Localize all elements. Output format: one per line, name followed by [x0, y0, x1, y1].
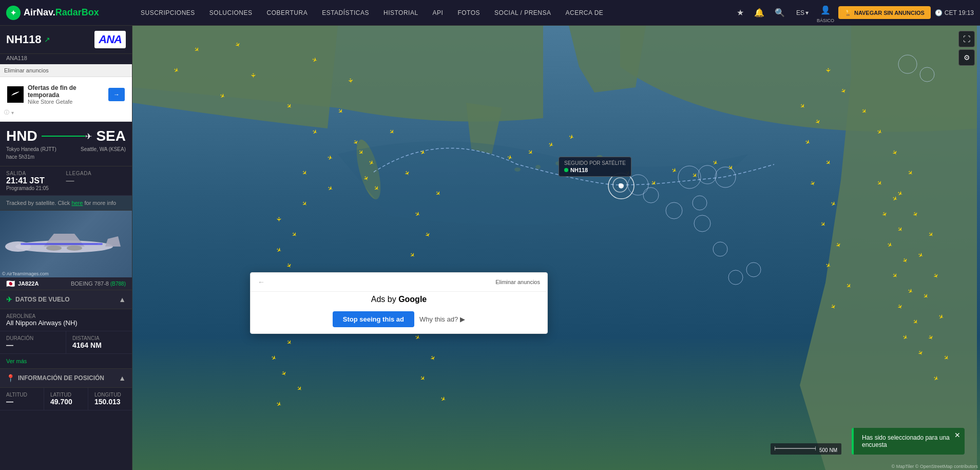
aircraft-dot[interactable] — [286, 339, 292, 346]
aircraft-dot[interactable] — [908, 288, 913, 295]
aircraft-dot[interactable] — [933, 272, 938, 279]
language-button[interactable]: ES ▾ — [792, 7, 813, 18]
nav-suscripciones[interactable]: SUSCRIPCIONES — [133, 0, 202, 26]
aircraft-dot[interactable] — [528, 149, 533, 156]
aircraft-dot[interactable] — [938, 313, 944, 321]
aircraft-dot[interactable] — [425, 231, 430, 238]
aircraft-dot[interactable] — [363, 175, 369, 182]
aircraft-dot[interactable] — [805, 139, 810, 146]
aircraft-dot[interactable] — [276, 401, 281, 408]
map-container[interactable]: ✈ SEGUIDO POR SATÉLITE NH118 — [132, 26, 980, 470]
why-this-ad-button[interactable]: Why this ad? ▶ — [419, 315, 465, 323]
account-button[interactable]: 👤 — [817, 2, 834, 18]
aircraft-dot[interactable] — [815, 118, 820, 125]
aircraft-dot[interactable] — [276, 247, 281, 254]
survey-close-button[interactable]: ✕ — [954, 431, 960, 439]
aircraft-dot[interactable] — [569, 134, 574, 141]
aircraft-dot[interactable] — [410, 252, 415, 259]
aircraft-dot[interactable] — [887, 241, 892, 249]
aircraft-dot[interactable] — [877, 128, 882, 136]
aircraft-dot[interactable] — [825, 159, 831, 166]
position-section-header[interactable]: 📍 INFORMACIÓN DE POSICIÓN ▲ — [0, 369, 132, 388]
aircraft-dot[interactable] — [913, 318, 918, 326]
nav-social[interactable]: SOCIAL / PRENSA — [487, 0, 558, 26]
nav-api[interactable]: API — [426, 0, 451, 26]
aircraft-dot[interactable] — [651, 180, 656, 187]
aircraft-dot[interactable] — [692, 172, 697, 179]
nav-estadisticas[interactable]: ESTADÍSTICAS — [315, 0, 376, 26]
aircraft-dot[interactable] — [713, 159, 718, 166]
aircraft-dot[interactable] — [328, 185, 333, 192]
aircraft-dot[interactable] — [671, 167, 677, 174]
aircraft-dot[interactable] — [286, 262, 292, 269]
aircraft-dot[interactable] — [420, 375, 425, 382]
aircraft-dot[interactable] — [302, 170, 307, 177]
aircraft-dot[interactable] — [928, 334, 933, 341]
aircraft-dot[interactable] — [825, 67, 831, 74]
search-button[interactable]: 🔍 — [772, 5, 788, 21]
ad-cta-button[interactable]: → — [108, 88, 125, 101]
external-link-icon[interactable]: ↗ — [44, 35, 50, 44]
nav-acerca[interactable]: ACERCA DE — [559, 0, 611, 26]
remove-ads-label[interactable]: Eliminar anuncios — [4, 67, 49, 73]
aircraft-dot[interactable] — [831, 303, 836, 310]
aircraft-dot[interactable] — [435, 190, 440, 197]
aircraft-dot[interactable] — [292, 231, 297, 238]
aircraft-dot[interactable] — [861, 108, 867, 115]
aircraft-dot[interactable] — [913, 211, 918, 218]
ad-overlay-remove-label[interactable]: Eliminar anuncios — [495, 277, 540, 287]
aircraft-dot[interactable] — [251, 72, 256, 79]
aircraft-dot[interactable] — [841, 87, 846, 95]
nav-cobertura[interactable]: COBERTURA — [260, 0, 315, 26]
aircraft-dot[interactable] — [800, 103, 805, 110]
aircraft-dot[interactable] — [825, 262, 831, 269]
aircraft-dot[interactable] — [831, 200, 836, 208]
aircraft-dot[interactable] — [897, 226, 902, 233]
aircraft-dot[interactable] — [271, 354, 276, 362]
aircraft-dot[interactable] — [302, 200, 307, 208]
upgrade-button[interactable]: 🏆 NAVEGAR SIN ANUNCIOS — [838, 6, 931, 19]
aircraft-dot[interactable] — [348, 77, 353, 84]
aircraft-dot[interactable] — [902, 334, 908, 341]
aircraft-dot[interactable] — [897, 303, 902, 310]
aircraft-dot[interactable] — [174, 67, 179, 74]
aircraft-dot[interactable] — [836, 241, 841, 249]
see-more-link[interactable]: Ver más — [0, 354, 132, 369]
aircraft-dot[interactable] — [281, 370, 286, 377]
stop-seeing-ad-button[interactable]: Stop seeing this ad — [333, 311, 414, 327]
aircraft-dot[interactable] — [944, 354, 949, 362]
nav-historial[interactable]: HISTORIAL — [376, 0, 426, 26]
aircraft-dot[interactable] — [882, 211, 887, 218]
aircraft-dot[interactable] — [892, 195, 897, 202]
aircraft-dot[interactable] — [220, 92, 225, 100]
remove-ads-strip[interactable]: Eliminar anuncios — [0, 64, 132, 77]
aircraft-dot[interactable] — [892, 149, 897, 156]
aircraft-dot[interactable] — [846, 283, 851, 290]
aircraft-dot[interactable] — [369, 159, 374, 166]
nav-fotos[interactable]: FOTOS — [450, 0, 487, 26]
fullscreen-button[interactable]: ⛶ — [958, 31, 975, 47]
aircraft-dot[interactable] — [235, 41, 240, 48]
position-toggle[interactable]: ▲ — [119, 374, 126, 382]
aircraft-dot[interactable] — [374, 185, 379, 192]
favorites-button[interactable]: ★ — [734, 5, 747, 21]
aircraft-dot[interactable] — [507, 154, 512, 161]
aircraft-dot[interactable] — [312, 128, 317, 136]
aircraft-dot[interactable] — [415, 334, 420, 341]
aircraft-dot[interactable] — [353, 139, 358, 146]
flight-data-section-header[interactable]: ✈ DATOS DE VUELO ▲ — [0, 290, 132, 309]
notifications-button[interactable]: 🔔 — [751, 5, 767, 21]
aircraft-dot[interactable] — [389, 128, 394, 136]
aircraft-dot[interactable] — [820, 221, 825, 228]
aircraft-dot[interactable] — [276, 216, 281, 223]
ad-overlay-back[interactable]: ← — [258, 278, 265, 286]
aircraft-dot[interactable] — [923, 293, 928, 300]
aircraft-dot[interactable] — [918, 252, 923, 259]
aircraft-dot[interactable] — [430, 354, 435, 362]
aircraft-dot[interactable] — [358, 149, 363, 156]
aircraft-dot[interactable] — [297, 385, 302, 392]
tracking-link[interactable]: here — [71, 200, 83, 206]
aircraft-dot[interactable] — [918, 349, 923, 356]
aircraft-dot[interactable] — [897, 190, 902, 197]
settings-button[interactable]: ⚙ — [958, 49, 975, 66]
